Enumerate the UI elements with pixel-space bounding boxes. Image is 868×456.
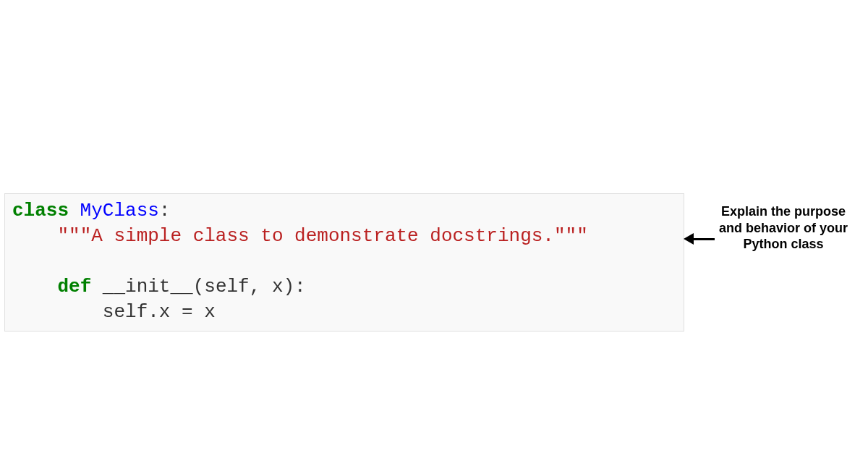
params: (self, x):: [193, 276, 306, 297]
colon: :: [159, 200, 171, 221]
annotation-arrow: [686, 235, 715, 242]
annotation-label: Explain the purpose and behavior of your…: [711, 203, 856, 253]
indent: [12, 301, 103, 323]
arrow-head-icon: [684, 233, 694, 245]
docstring-close: """: [554, 225, 588, 247]
class-name: MyClass: [69, 200, 159, 221]
method-name: __init__: [91, 276, 192, 297]
method-body: self.x = x: [103, 301, 216, 323]
indent: [12, 276, 57, 297]
docstring-open: """: [57, 225, 91, 247]
keyword-class: class: [12, 200, 69, 221]
indent: [12, 225, 57, 247]
code-block: class MyClass: """A simple class to demo…: [4, 193, 684, 332]
docstring-text: A simple class to demonstrate docstrings…: [91, 225, 554, 247]
keyword-def: def: [57, 276, 91, 297]
